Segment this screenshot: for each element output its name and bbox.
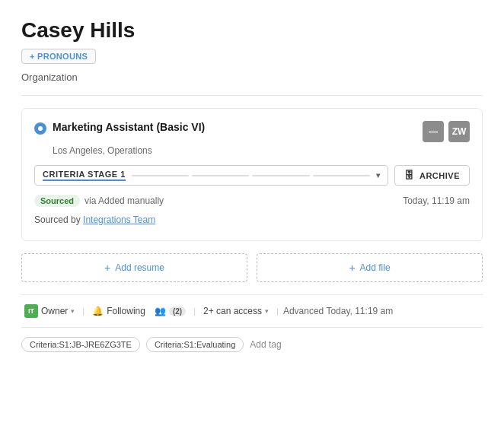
meta-sep-3: | — [276, 307, 279, 316]
stage-dot-4 — [313, 175, 370, 176]
meta-sep-2: | — [193, 307, 196, 316]
stage-row: CRITERIA STAGE 1 ▾ 🗄 ARCHIVE — [34, 165, 470, 186]
tag-item[interactable]: Criteria:S1:JB-JRE6ZG3TE — [21, 337, 140, 352]
sourced-date: Today, 11:19 am — [403, 195, 470, 206]
owner-avatar: IT — [24, 304, 38, 318]
plus-icon-file: + — [349, 262, 355, 274]
advanced-text: Advanced Today, 11:19 am — [283, 306, 393, 316]
job-header: Marketing Assistant (Basic VI) — ZW — [34, 121, 470, 142]
archive-label: ARCHIVE — [419, 171, 460, 180]
people-icon: 👥 — [155, 306, 166, 316]
owner-chevron-icon: ▾ — [71, 307, 75, 315]
archive-icon: 🗄 — [404, 170, 415, 181]
sourced-left: Sourced via Added manually — [34, 195, 164, 207]
job-location: Los Angeles, Operations — [53, 145, 470, 156]
stage-dot-2 — [192, 175, 249, 176]
stage-chevron-icon: ▾ — [376, 171, 381, 179]
sourced-badge: Sourced — [34, 195, 80, 207]
pronouns-button[interactable]: + PRONOUNS — [21, 49, 96, 64]
access-item[interactable]: 2+ can access ▾ — [200, 304, 272, 318]
job-status-icon — [34, 122, 46, 135]
access-label: 2+ can access — [203, 306, 262, 316]
job-title: Marketing Assistant (Basic VI) — [53, 121, 205, 133]
owner-item[interactable]: IT Owner ▾ — [21, 303, 78, 319]
sourced-by-link[interactable]: Integrations Team — [83, 214, 155, 225]
add-file-button[interactable]: + Add file — [257, 253, 483, 282]
sourced-via: via Added manually — [85, 195, 164, 206]
stage-select[interactable]: CRITERIA STAGE 1 ▾ — [34, 165, 388, 186]
stage-dots — [132, 175, 370, 176]
tags-row: Criteria:S1:JB-JRE6ZG3TECriteria:S1:Eval… — [21, 328, 483, 361]
add-tag-btn[interactable]: Add tag — [250, 339, 281, 350]
sourced-by-prefix: Sourced by — [34, 214, 83, 225]
following-label: Following — [107, 306, 145, 316]
followers-count: (2) — [169, 307, 186, 316]
sourced-by-row: Sourced by Integrations Team — [34, 214, 470, 225]
minimize-button[interactable]: — — [423, 121, 444, 142]
page: Casey Hills + PRONOUNS Organization Mark… — [0, 0, 504, 432]
stage-dot-1 — [132, 175, 189, 176]
add-file-label: Add file — [360, 262, 391, 273]
tag-item[interactable]: Criteria:S1:Evaluating — [146, 337, 244, 352]
following-item[interactable]: 🔔 Following — [89, 304, 148, 318]
divider-1 — [21, 95, 483, 96]
job-header-left: Marketing Assistant (Basic VI) — [34, 121, 205, 135]
meta-sep-1: | — [82, 307, 85, 316]
access-chevron-icon: ▾ — [265, 307, 269, 315]
add-resume-label: Add resume — [115, 262, 164, 273]
sourced-row: Sourced via Added manually Today, 11:19 … — [34, 195, 470, 207]
job-actions: — ZW — [423, 121, 470, 142]
archive-button[interactable]: 🗄 ARCHIVE — [394, 165, 470, 186]
file-buttons-row: + Add resume + Add file — [21, 253, 483, 282]
initials-button[interactable]: ZW — [448, 121, 470, 142]
stage-dot-3 — [252, 175, 309, 176]
plus-icon-resume: + — [104, 262, 110, 274]
owner-initials: IT — [28, 307, 34, 315]
bell-icon: 🔔 — [92, 306, 104, 316]
followers-count-item[interactable]: 👥 (2) — [152, 304, 189, 318]
person-name: Casey Hills — [21, 18, 483, 43]
add-resume-button[interactable]: + Add resume — [21, 253, 247, 282]
organization-label: Organization — [21, 71, 483, 83]
owner-label: Owner — [41, 306, 68, 316]
stage-label: CRITERIA STAGE 1 — [43, 170, 126, 181]
meta-row: IT Owner ▾ | 🔔 Following 👥 (2) | 2+ can … — [21, 294, 483, 328]
job-card: Marketing Assistant (Basic VI) — ZW Los … — [21, 108, 483, 241]
